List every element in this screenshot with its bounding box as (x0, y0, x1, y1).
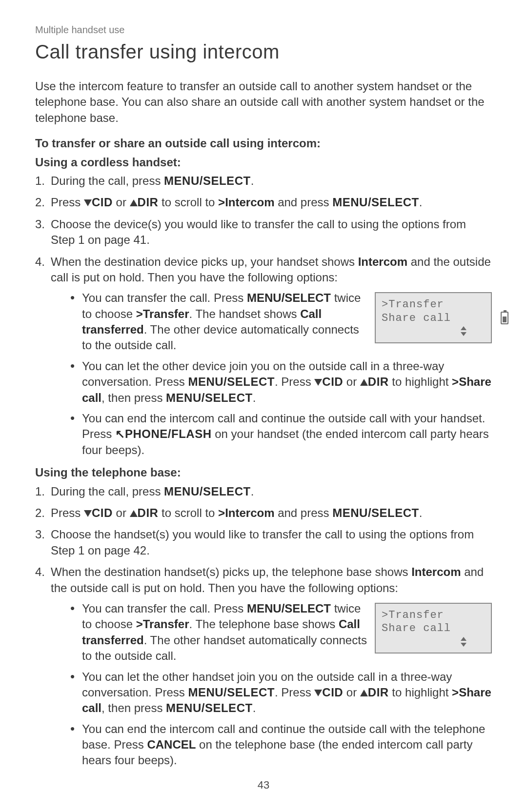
lcd-line: >Transfer (382, 609, 485, 622)
heading-transfer: To transfer or share an outside call usi… (35, 136, 492, 151)
list-item: Choose the device(s) you would like to t… (35, 217, 492, 248)
triangle-down-icon (84, 199, 92, 206)
triangle-down-icon (314, 690, 322, 696)
lcd-line: >Transfer (382, 298, 485, 312)
list-item: You can let the other device join you on… (70, 358, 492, 406)
base-steps: During the call, press MENU/SELECT. Pres… (35, 484, 492, 769)
cordless-options: >Transfer Share call You can transfer th… (51, 290, 492, 458)
list-item: >Transfer Share call You can transfer th… (70, 601, 492, 664)
cordless-steps: During the call, press MENU/SELECT. Pres… (35, 173, 492, 458)
page-number: 43 (0, 778, 527, 792)
lcd-line: Share call (382, 312, 485, 325)
list-item: Press CID or DIR to scroll to >Intercom … (35, 505, 492, 521)
triangle-down-icon (84, 510, 92, 517)
list-item: When the destination handset(s) picks up… (35, 564, 492, 769)
lcd-screen: >Transfer Share call (375, 603, 492, 654)
list-item: When the destination device picks up, yo… (35, 254, 492, 458)
lcd-line: Share call (382, 622, 485, 635)
list-item: During the call, press MENU/SELECT. (35, 173, 492, 189)
list-item: You can end the intercom call and contin… (70, 721, 492, 769)
list-item: Press CID or DIR to scroll to >Intercom … (35, 195, 492, 210)
updown-arrows-icon (461, 637, 466, 647)
menu-select-key: MENU/SELECT (164, 174, 251, 187)
triangle-up-icon (360, 379, 368, 386)
heading-base: Using the telephone base: (35, 465, 492, 480)
heading-cordless: Using a cordless handset: (35, 155, 492, 170)
list-item: You can end the intercom call and contin… (70, 411, 492, 458)
section-label: Multiple handset use (35, 23, 492, 37)
triangle-up-icon (130, 199, 138, 206)
list-item: During the call, press MENU/SELECT. (35, 484, 492, 499)
intro-paragraph: Use the intercom feature to transfer an … (35, 79, 492, 126)
triangle-up-icon (130, 510, 138, 517)
base-options: >Transfer Share call You can transfer th… (51, 601, 492, 769)
updown-arrows-icon (461, 326, 466, 336)
page-title: Call transfer using intercom (35, 39, 492, 65)
triangle-up-icon (360, 690, 368, 696)
triangle-down-icon (314, 379, 322, 386)
battery-icon (501, 312, 508, 324)
list-item: >Transfer Share call You can transfer th… (70, 290, 492, 354)
list-item: You can let the other handset join you o… (70, 669, 492, 716)
phone-icon: ↖ (115, 427, 125, 440)
lcd-screen: >Transfer Share call (375, 292, 492, 343)
list-item: Choose the handset(s) you would like to … (35, 527, 492, 558)
